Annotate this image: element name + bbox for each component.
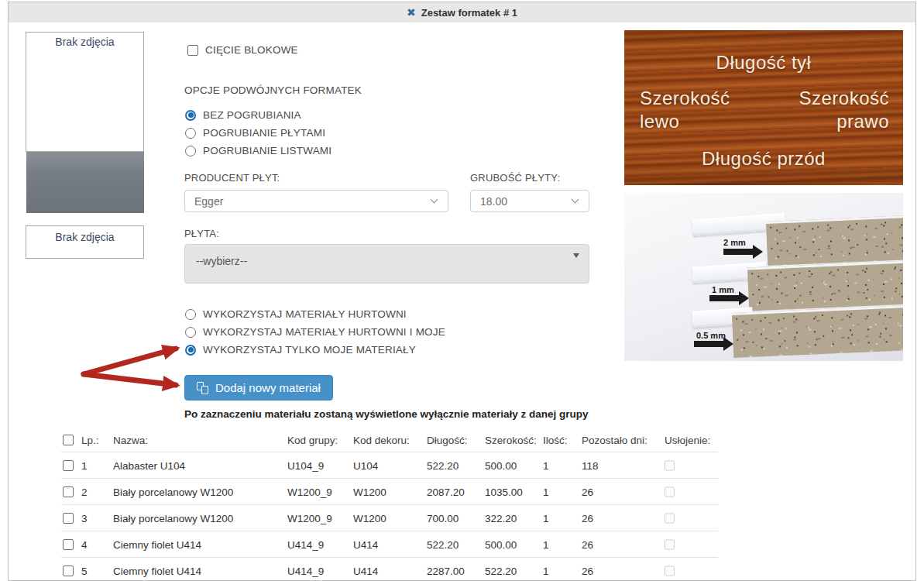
cell-kod-dekoru: U414 [353,538,378,550]
cell-nazwa: Biały porcelanowy W1200 [113,512,233,524]
header-szerokosc: Szerokość: [485,435,537,446]
radio-option-only-my-materials[interactable]: WYKORZYSTAJ TYLKO MOJE MATERIAŁY [185,344,416,356]
radio-only-my-materials[interactable] [185,345,196,356]
row-checkbox[interactable] [63,460,74,471]
table-row: 1 Alabaster U104 U104_9 U104 522.20 500.… [61,452,718,478]
cell-pozostalo-dni: 26 [582,565,593,576]
select-all-checkbox[interactable] [63,435,74,445]
radio-option-thicken-boards[interactable]: POGRUBIANIE PŁYTAMI [185,127,325,139]
board-select[interactable]: --wybierz-- [184,244,589,284]
producer-label: PRODUCENT PŁYT: [184,172,280,184]
producer-select-value: Egger [194,195,223,208]
photo-placeholder-main: Brak zdjęcia [26,32,144,152]
screen: ✖ Zestaw formatek # 1 Brak zdjęcia Brak … [0,0,924,581]
radio-thicken-boards[interactable] [185,128,196,139]
radio-no-thickening[interactable] [185,110,196,121]
cell-nazwa: Ciemny fiolet U414 [113,565,201,576]
label-dlugosc-przod: Długość przód [624,148,903,170]
radio-option-wholesale-and-my-materials[interactable]: WYKORZYSTAJ MATERIAŁY HURTOWNI I MOJE [185,326,445,338]
dimension-diagram-image: Długość tył Szerokość lewo Szerokość pra… [624,30,903,185]
thickness-label-2mm: 2 mm [723,238,746,247]
table-row: 3 Biały porcelanowy W1200 W1200_9 W1200 … [61,504,718,531]
cell-kod-grupy: W1200_9 [287,486,332,497]
radio-option-no-thickening[interactable]: BEZ POGRUBIANIA [185,109,301,121]
producer-select[interactable]: Egger [184,190,448,212]
radio-thicken-strips[interactable] [185,146,196,156]
cell-ilosc: 1 [543,512,549,524]
row-checkbox[interactable] [63,486,74,497]
label-szerokosc-lewo: Szerokość lewo [640,87,730,133]
photo-placeholder-secondary: Brak zdjęcia [26,225,144,259]
table-row: 2 Biały porcelanowy W1200 W1200_9 W1200 … [61,478,718,504]
radio-wholesale-and-my-materials[interactable] [185,327,196,338]
cell-kod-dekoru: U414 [353,565,378,576]
add-material-button[interactable]: Dodaj nowy materiał [184,375,333,401]
header-uslojenie: Usłojenie: [665,435,710,446]
cell-kod-grupy: U414_9 [287,538,324,550]
thickness-select-value: 18.00 [480,195,507,208]
cell-lp: 5 [81,565,88,576]
cell-nazwa: Alabaster U104 [113,459,185,471]
block-cut-checkbox[interactable] [187,45,198,56]
cell-ilosc: 1 [543,538,549,550]
header-dlugosc: Długość: [427,435,468,446]
chipboard-core [747,260,903,311]
cell-kod-dekoru: W1200 [353,512,386,524]
radio-thicken-boards-label: POGRUBIANIE PŁYTAMI [203,127,325,139]
table-header-row: Lp.: Nazwa: Kod grupy: Kod dekoru: Długo… [61,428,718,452]
thickness-label-1mm: 1 mm [712,285,734,294]
cell-szerokosc: 500.00 [485,459,517,471]
board-select-value: --wybierz-- [196,255,247,267]
block-cut-option[interactable]: CIĘCIE BLOKOWE [187,44,298,56]
photo-placeholder-secondary-label: Brak zdjęcia [55,231,114,243]
cell-kod-grupy: U414_9 [287,565,324,576]
chevron-down-icon [572,196,579,204]
thickness-label-05mm: 0.5 mm [696,331,726,340]
cell-kod-dekoru: W1200 [353,486,386,497]
dialog-title: Zestaw formatek # 1 [421,7,517,19]
double-format-heading: OPCJE PODWÓJNYCH FORMATEK [184,84,362,96]
arrow-right-icon [723,249,753,255]
row-checkbox[interactable] [63,513,74,524]
cell-pozostalo-dni: 26 [582,512,593,524]
photo-placeholder-main-label: Brak zdjęcia [55,36,114,48]
arrow-right-icon [709,295,739,301]
cell-pozostalo-dni: 26 [582,486,593,497]
radio-wholesale-materials-label: WYKORZYSTAJ MATERIAŁY HURTOWNI [203,308,407,320]
edge-thickness-diagram-image: 2 mm 1 mm 0.5 mm [624,193,903,361]
thickness-label: GRUBOŚĆ PŁYTY: [470,172,560,184]
table-row: 4 Ciemny fiolet U414 U414_9 U414 522.20 … [61,531,718,557]
uslojenie-checkbox-disabled [665,513,675,523]
cell-dlugosc: 2087.20 [427,486,465,497]
block-cut-label: CIĘCIE BLOKOWE [205,44,298,56]
radio-wholesale-materials[interactable] [185,309,196,320]
cell-szerokosc: 322.20 [485,512,517,524]
uslojenie-checkbox-disabled [665,486,675,497]
cell-ilosc: 1 [543,459,549,471]
dialog-header: ✖ Zestaw formatek # 1 [9,2,915,22]
materials-table: Lp.: Nazwa: Kod grupy: Kod dekoru: Długo… [61,428,718,581]
label-dlugosc-tyl: Długość tył [624,52,903,74]
dropdown-triangle-icon [573,253,579,258]
uslojenie-checkbox-disabled [665,566,675,576]
cell-szerokosc: 522.20 [485,565,517,576]
cell-dlugosc: 700.00 [427,512,459,524]
cell-ilosc: 1 [543,565,549,576]
uslojenie-checkbox-disabled [665,539,675,549]
copy-pages-icon [197,382,208,394]
thickness-select[interactable]: 18.00 [470,190,589,212]
row-checkbox[interactable] [63,566,74,576]
cell-nazwa: Ciemny fiolet U414 [113,538,201,550]
table-row: 5 Ciemny fiolet U414 U414_9 U414 2287.00… [61,557,718,581]
radio-option-wholesale-materials[interactable]: WYKORZYSTAJ MATERIAŁY HURTOWNI [185,308,407,320]
selection-note: Po zaznaczeniu materiału zostaną wyświet… [184,408,588,420]
header-ilosc: Ilość: [543,435,568,446]
row-checkbox[interactable] [63,539,74,550]
add-material-button-label: Dodaj nowy materiał [215,381,321,394]
cell-nazwa: Biały porcelanowy W1200 [113,486,233,497]
radio-option-thicken-strips[interactable]: POGRUBIANIE LISTWAMI [185,145,331,156]
close-icon[interactable]: ✖ [407,6,416,19]
panel-set-dialog: ✖ Zestaw formatek # 1 Brak zdjęcia Brak … [8,2,916,581]
header-kod-dekoru: Kod dekoru: [353,435,410,446]
cell-kod-grupy: U104_9 [287,459,324,471]
